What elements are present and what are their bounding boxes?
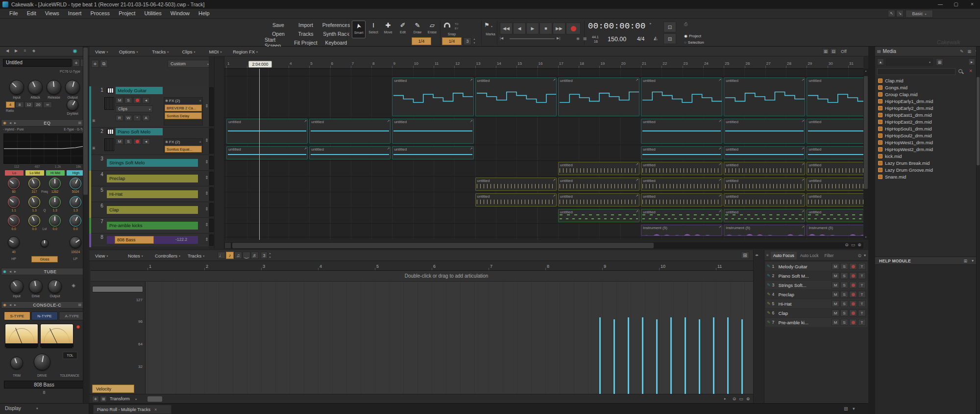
tube-output-knob[interactable] [48,280,62,293]
duplicate-track-button[interactable]: ⧉ [100,60,108,68]
clip[interactable]: Instrument (5)↗ [641,225,722,236]
track-name-bar[interactable]: Hi-Hat [107,190,198,198]
tool-select[interactable]: ISelect [367,21,380,38]
clip[interactable]: untitled↗ [724,209,805,222]
tool-erase[interactable]: ▱Erase [425,21,439,38]
clip[interactable]: untitled↗ [392,119,473,144]
velocity-bar[interactable] [699,319,700,394]
drywet-knob[interactable] [67,99,78,111]
note-duration-icon-1[interactable]: ♩ [218,252,225,259]
track-header-7[interactable]: 7Pre-amble kicks⇕ [89,218,214,233]
collapse-left-icon[interactable]: ◂ [9,269,11,274]
media-file-item[interactable]: HipHopSoul1_drm.mid [875,125,976,132]
screenset-icon-b[interactable]: ↘ [896,10,904,17]
console-power-icon[interactable]: ◉ [3,303,6,307]
help-options-icon[interactable]: ⊞ [963,259,967,263]
pin-icon[interactable]: ⊙ [858,253,861,258]
note-duration-icon-5[interactable]: ♬ [251,252,259,259]
autofocus-track-row[interactable]: ✎7Pre-amble ki...MST [765,318,867,327]
add-lane-button[interactable]: + [92,396,99,402]
inspector-forward-icon[interactable]: ▶ [13,49,20,54]
clips-vscroll-up-icon[interactable]: ▴ [864,69,868,73]
clip[interactable]: untitled↗ [641,146,722,159]
clip[interactable]: Instrument (5)↗ [724,225,805,236]
tv-menu-region-fx[interactable]: Region FX▾ [233,48,268,55]
velocity-bar[interactable] [628,317,629,394]
screenset-icon-a[interactable]: ↖ [888,10,895,17]
tool-move[interactable]: ✚Move [381,21,395,38]
eq-power-icon[interactable]: ◉ [3,121,6,125]
prv-hscroll-thumb[interactable] [147,396,162,402]
prv-scale-slider[interactable] [92,286,143,292]
save-button[interactable]: Save [265,21,292,29]
markers-flag-icon[interactable]: ⚑ [484,22,491,29]
track-name-bar[interactable]: Melody Guitar [116,87,163,94]
af-solo-button[interactable]: S [840,282,848,288]
af-mute-button[interactable]: M [832,300,839,307]
velocity-bar[interactable] [599,317,601,394]
af-solo-button[interactable]: S [840,263,848,270]
tuplet-up-icon[interactable]: ▴ [268,252,272,255]
velocity-bar[interactable] [642,317,643,394]
transport-slider[interactable] [510,38,555,39]
prv-menu-tracks[interactable]: Tracks▾ [188,252,213,259]
loop-to-end-icon[interactable]: ▶| [557,36,564,41]
fit-project-button[interactable]: Fit Project [293,39,318,47]
track-arm-button[interactable] [133,97,141,104]
note-duration-icon-3[interactable]: ♫ [234,252,242,259]
note-duration-icon-2[interactable]: ♪ [226,252,234,259]
import-button[interactable]: Import [293,21,318,29]
chevron-down-icon[interactable]: ▾ [864,253,866,258]
prv-menu-notes[interactable]: Notes▾ [128,252,150,259]
workspace-selector[interactable]: Basic ▾ [906,10,933,18]
track-solo-button[interactable]: S [124,138,132,145]
close-button[interactable]: × [964,0,980,9]
gloss-knob[interactable] [41,239,49,247]
prochannel-power-icon[interactable]: ◉ [72,48,78,55]
autofocus-track-row[interactable]: ✎6ClapMST [765,309,867,317]
eq-lvl-knob-2[interactable] [28,215,40,227]
console-add-icon[interactable]: ⊞ [78,303,81,307]
tv-menu-options[interactable]: Options▾ [119,48,148,55]
panel-divider[interactable] [868,47,875,414]
tab-filter[interactable]: Filter [822,252,836,259]
transform-label[interactable]: Transform [110,396,136,402]
collapse-right-icon[interactable]: ▸ [14,121,16,125]
af-mute-button[interactable]: M [832,291,839,298]
ratio-button-4[interactable]: 4 [6,102,15,108]
ratio-button-∞[interactable]: ∞ [43,102,52,108]
tracks-button[interactable]: Tracks [293,30,318,38]
media-file-item[interactable]: Gongs.mid [875,84,976,91]
media-location-dropdown[interactable]: ▾ [886,58,933,66]
clip[interactable]: untitled↗ [392,146,473,159]
media-file-item[interactable]: Lazy Drum Groove.mid [875,166,976,173]
af-t-button[interactable]: T [858,319,866,326]
velocity-bar[interactable] [670,317,672,394]
automation-lane-icon[interactable]: ▣ [92,119,97,124]
media-file-item[interactable]: Snare.mid [875,173,976,180]
menu-utilities[interactable]: Utilities [140,9,166,18]
automation-W-button[interactable]: W [124,115,132,121]
af-arm-button[interactable] [849,300,857,307]
gloss-chip[interactable]: Gloss [31,256,58,262]
clip[interactable]: untitled↗ [475,78,557,116]
add-track-button[interactable]: + [91,60,99,68]
track-header-3[interactable]: 3Strings Soft Melo⇕ [89,155,214,171]
velocity-bar[interactable] [741,319,743,394]
track-control-preset[interactable]: Custom▾ [168,60,212,68]
prv-grid-icon[interactable]: ⊞ [741,252,749,259]
clip[interactable]: untitled↗ [807,78,863,116]
input-echo-button[interactable]: ◄ [142,138,150,145]
track-name-bar[interactable]: Strings Soft Melo [107,159,198,167]
autofocus-track-row[interactable]: ✎3Strings Soft...MST [765,281,867,289]
hp-knob[interactable] [8,236,20,248]
clip[interactable]: untitled↗ [641,209,722,222]
inspector-name-field[interactable]: Untitled [3,59,72,67]
markers-caret-icon[interactable]: ▾ [491,25,495,28]
clip[interactable]: untitled↗ [641,119,722,144]
export-icon[interactable]: ⎙ [684,22,690,27]
velocity-bar[interactable] [656,319,658,394]
fx-add-icon[interactable]: + [199,140,201,144]
dock-collapse-icon[interactable]: ▾ [853,406,855,411]
inspector-menu-icon[interactable]: ≡ [22,49,28,54]
